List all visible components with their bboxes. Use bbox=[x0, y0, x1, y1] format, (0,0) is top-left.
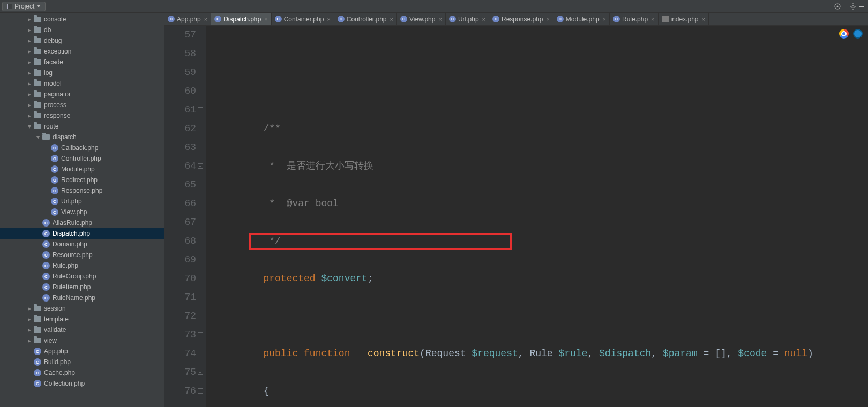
fold-toggle-icon[interactable] bbox=[198, 370, 203, 375]
tree-folder[interactable]: ▸paginator bbox=[0, 89, 164, 100]
close-icon[interactable]: × bbox=[327, 16, 330, 22]
tree-file[interactable]: ▸CController.php bbox=[0, 153, 164, 164]
close-icon[interactable]: × bbox=[603, 16, 606, 22]
chevron-right-icon[interactable]: ▸ bbox=[26, 101, 33, 109]
collapse-icon[interactable] bbox=[857, 2, 866, 11]
fold-toggle-icon[interactable] bbox=[198, 332, 203, 337]
close-icon[interactable]: × bbox=[390, 16, 393, 22]
close-icon[interactable]: × bbox=[651, 16, 654, 22]
chevron-right-icon[interactable]: ▸ bbox=[26, 305, 33, 312]
chevron-right-icon[interactable]: ▸ bbox=[26, 37, 33, 44]
tree-file[interactable]: ▸CResource.php bbox=[0, 250, 164, 260]
editor-tab[interactable]: CModule.php× bbox=[553, 13, 610, 25]
tree-folder[interactable]: ▾route bbox=[0, 121, 164, 132]
svg-point-2 bbox=[852, 5, 854, 7]
tree-file[interactable]: ▸CView.php bbox=[0, 207, 164, 217]
tree-folder[interactable]: ▸console bbox=[0, 14, 164, 25]
chevron-down-icon[interactable]: ▾ bbox=[34, 133, 42, 141]
tree-file[interactable]: ▸CRule.php bbox=[0, 260, 164, 271]
tree-file[interactable]: ▸CDispatch.php bbox=[0, 228, 164, 239]
close-icon[interactable]: × bbox=[264, 16, 267, 22]
file-icon bbox=[662, 16, 669, 22]
editor-tab[interactable]: CDispatch.php× bbox=[211, 13, 271, 25]
tree-file[interactable]: ▸CResponse.php bbox=[0, 185, 164, 196]
chevron-right-icon[interactable]: ▸ bbox=[26, 315, 33, 323]
fold-toggle-icon[interactable] bbox=[198, 388, 203, 394]
tree-folder[interactable]: ▸response bbox=[0, 110, 164, 121]
tab-label: Response.php bbox=[502, 16, 543, 23]
editor-tab[interactable]: CUrl.php× bbox=[446, 13, 489, 25]
editor-tab[interactable]: CApp.php× bbox=[164, 13, 211, 25]
tree-folder[interactable]: ▾dispatch bbox=[0, 132, 164, 142]
fold-toggle-icon[interactable] bbox=[198, 107, 203, 112]
tree-file[interactable]: ▸CBuild.php bbox=[0, 357, 164, 367]
line-number: 61 bbox=[164, 101, 196, 119]
tab-label: App.php bbox=[177, 16, 201, 23]
tree-folder[interactable]: ▸validate bbox=[0, 325, 164, 335]
chevron-right-icon[interactable]: ▸ bbox=[26, 69, 33, 77]
locate-icon[interactable] bbox=[833, 2, 842, 11]
chevron-right-icon[interactable]: ▸ bbox=[26, 112, 33, 119]
tree-folder[interactable]: ▸process bbox=[0, 100, 164, 110]
chrome-icon[interactable] bbox=[839, 29, 849, 39]
close-icon[interactable]: × bbox=[482, 16, 485, 22]
editor-tab[interactable]: CRule.php× bbox=[610, 13, 658, 25]
chevron-right-icon[interactable]: ▸ bbox=[26, 326, 33, 334]
chevron-right-icon[interactable]: ▸ bbox=[26, 58, 33, 66]
tree-folder[interactable]: ▸view bbox=[0, 335, 164, 346]
tree-file[interactable]: ▸CDomain.php bbox=[0, 239, 164, 250]
fold-toggle-icon[interactable] bbox=[198, 163, 203, 169]
editor-tab[interactable]: CController.php× bbox=[334, 13, 397, 25]
php-file-icon: C bbox=[449, 16, 456, 22]
code-editor[interactable]: 5758596061626364656667686970717273747576… bbox=[164, 26, 868, 407]
tree-label: template bbox=[44, 315, 69, 323]
editor-tab[interactable]: CView.php× bbox=[397, 13, 446, 25]
project-tree[interactable]: ▸console▸db▸debug▸exception▸facade▸log▸m… bbox=[0, 13, 164, 407]
tree-file[interactable]: ▸CRedirect.php bbox=[0, 175, 164, 185]
tree-file[interactable]: ▸CRuleItem.php bbox=[0, 282, 164, 292]
tree-file[interactable]: ▸CApp.php bbox=[0, 346, 164, 357]
php-file-icon: C bbox=[50, 197, 59, 206]
tree-label: exception bbox=[44, 48, 71, 55]
tree-folder[interactable]: ▸log bbox=[0, 67, 164, 78]
close-icon[interactable]: × bbox=[204, 16, 207, 22]
close-icon[interactable]: × bbox=[438, 16, 442, 22]
tree-folder[interactable]: ▸db bbox=[0, 25, 164, 35]
chevron-right-icon[interactable]: ▸ bbox=[26, 48, 33, 55]
chevron-right-icon[interactable]: ▸ bbox=[26, 26, 33, 34]
project-label: Project bbox=[14, 3, 34, 10]
tree-file[interactable]: ▸CCollection.php bbox=[0, 378, 164, 389]
tree-file[interactable]: ▸CCache.php bbox=[0, 367, 164, 378]
project-dropdown[interactable]: Project bbox=[2, 2, 46, 11]
edge-icon[interactable] bbox=[853, 29, 863, 39]
chevron-right-icon[interactable]: ▸ bbox=[26, 91, 33, 98]
tree-folder[interactable]: ▸facade bbox=[0, 57, 164, 67]
tree-folder[interactable]: ▸template bbox=[0, 314, 164, 325]
tree-label: Build.php bbox=[44, 358, 71, 366]
tree-file[interactable]: ▸CRuleName.php bbox=[0, 292, 164, 303]
tree-folder[interactable]: ▸session bbox=[0, 303, 164, 314]
tree-folder[interactable]: ▸model bbox=[0, 78, 164, 89]
editor-tab[interactable]: CContainer.php× bbox=[272, 13, 334, 25]
tree-label: route bbox=[44, 123, 58, 130]
tree-folder[interactable]: ▸debug bbox=[0, 35, 164, 46]
gear-icon[interactable] bbox=[849, 2, 857, 11]
editor-tab[interactable]: index.php× bbox=[659, 13, 709, 25]
editor-tab[interactable]: CResponse.php× bbox=[489, 13, 553, 25]
tree-file[interactable]: ▸CAliasRule.php bbox=[0, 217, 164, 228]
code-area[interactable]: /** * 是否进行大小写转换 * @var bool */ protected… bbox=[206, 26, 868, 407]
chevron-right-icon[interactable]: ▸ bbox=[26, 337, 33, 344]
tree-file[interactable]: ▸CUrl.php bbox=[0, 196, 164, 207]
tab-label: Dispatch.php bbox=[223, 16, 261, 23]
close-icon[interactable]: × bbox=[702, 16, 705, 22]
tree-file[interactable]: ▸CCallback.php bbox=[0, 142, 164, 153]
tree-label: Callback.php bbox=[61, 144, 98, 152]
chevron-right-icon[interactable]: ▸ bbox=[26, 80, 33, 87]
close-icon[interactable]: × bbox=[546, 16, 549, 22]
chevron-down-icon[interactable]: ▾ bbox=[26, 123, 33, 130]
tree-folder[interactable]: ▸exception bbox=[0, 46, 164, 57]
tree-file[interactable]: ▸CRuleGroup.php bbox=[0, 271, 164, 282]
tree-file[interactable]: ▸CModule.php bbox=[0, 164, 164, 175]
chevron-right-icon[interactable]: ▸ bbox=[26, 16, 33, 23]
fold-toggle-icon[interactable] bbox=[198, 51, 203, 56]
